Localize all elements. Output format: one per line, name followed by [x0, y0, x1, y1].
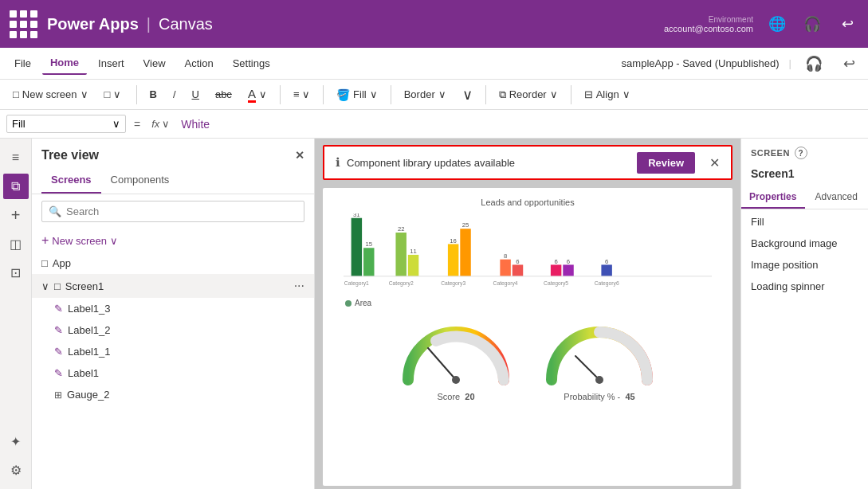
toolbar-sep-5	[485, 85, 486, 104]
toolbar: □ New screen ∨ □ ∨ B / U abc A ∨ ≡ ∨ 🪣 F…	[0, 80, 868, 110]
property-chevron: ∨	[112, 118, 120, 130]
tree-items: □ App ∨ □ Screen1 ··· ✎ Label1_3 ✎ Label…	[32, 252, 314, 489]
app-grid-icon[interactable]	[10, 10, 37, 38]
data-icon[interactable]: ◫	[3, 231, 29, 256]
screen1-context-menu[interactable]: ···	[294, 279, 304, 293]
tools-icon[interactable]: ⚙	[3, 457, 29, 483]
svg-text:16: 16	[450, 237, 457, 244]
tree-item-label1_1[interactable]: ✎ Label1_1	[32, 341, 314, 362]
logo-separator: |	[147, 15, 151, 33]
support-icon[interactable]: 🎧	[801, 51, 827, 76]
border-button[interactable]: Border ∨	[398, 85, 453, 104]
strikethrough-button[interactable]: abc	[209, 85, 238, 104]
new-screen-button[interactable]: □ New screen ∨	[6, 85, 95, 104]
headset-icon[interactable]: 🎧	[801, 13, 823, 35]
menu-action[interactable]: Action	[177, 53, 222, 74]
chart-title: Leads and opportunities	[336, 198, 720, 207]
code-icon[interactable]: ✦	[3, 428, 29, 454]
underline-button[interactable]: U	[186, 85, 206, 104]
svg-text:6: 6	[567, 258, 570, 265]
prop-loading-spinner: Loading spinner	[751, 280, 858, 292]
prop-image-position: Image position	[751, 259, 858, 271]
search-container: 🔍	[41, 201, 304, 222]
label1_2-label: Label1_2	[68, 324, 111, 336]
undo-menu-icon[interactable]: ↩	[836, 51, 862, 76]
tree-item-screen1[interactable]: ∨ □ Screen1 ···	[32, 274, 314, 298]
media-icon[interactable]: ⊡	[3, 260, 29, 285]
reorder-button[interactable]: ⧉ Reorder ∨	[493, 85, 564, 104]
shape-selector[interactable]: □ ∨	[98, 85, 130, 104]
menu-divider: |	[789, 57, 791, 69]
fill-button[interactable]: 🪣 Fill ∨	[330, 85, 384, 104]
fx-button[interactable]: fx ∨	[148, 118, 173, 130]
menu-bar: File Home Insert View Action Settings sa…	[0, 48, 868, 80]
props-panel: SCREEN ? Screen1 Properties Advanced Fil…	[740, 139, 868, 489]
font-color-icon: A	[248, 87, 256, 103]
italic-button[interactable]: /	[167, 85, 183, 104]
svg-rect-0	[352, 218, 362, 276]
tab-components[interactable]: Components	[101, 169, 179, 194]
probability-gauge-svg	[536, 320, 663, 392]
svg-rect-20	[601, 264, 611, 276]
search-input[interactable]	[66, 205, 297, 217]
menu-file[interactable]: File	[6, 53, 39, 74]
svg-text:Category6: Category6	[595, 280, 619, 287]
tree-item-label1_3[interactable]: ✎ Label1_3	[32, 298, 314, 319]
label1_2-icon: ✎	[54, 324, 63, 336]
chevron-down-button[interactable]: ∨	[456, 83, 479, 107]
font-color-button[interactable]: A ∨	[242, 84, 273, 106]
align-objects-button[interactable]: ⊟ Align ∨	[578, 85, 637, 104]
notification-close-icon[interactable]: ✕	[709, 155, 720, 170]
svg-rect-12	[500, 260, 510, 276]
hamburger-icon[interactable]: ≡	[3, 145, 29, 170]
menu-right: sampleApp - Saved (Unpublished) | 🎧 ↩	[622, 51, 862, 76]
tree-item-label1_2[interactable]: ✎ Label1_2	[32, 319, 314, 341]
svg-text:6: 6	[605, 258, 608, 265]
align-icon: ⊟	[584, 88, 593, 100]
notification-info-icon: ℹ	[336, 155, 340, 170]
svg-rect-18	[563, 264, 573, 276]
formula-bar: Fill ∨ = fx ∨ White	[0, 110, 868, 139]
property-selector[interactable]: Fill ∨	[6, 115, 126, 133]
svg-rect-16	[551, 264, 561, 276]
env-name: account@contoso.com	[664, 24, 753, 33]
tab-advanced[interactable]: Advanced	[805, 186, 869, 209]
tree-item-gauge2[interactable]: ⊞ Gauge_2	[32, 384, 314, 405]
menu-insert[interactable]: Insert	[90, 53, 132, 74]
toolbar-sep-6	[571, 85, 571, 104]
menu-settings[interactable]: Settings	[225, 53, 278, 74]
layers-icon[interactable]: ⧉	[3, 174, 29, 199]
app-status: sampleApp - Saved (Unpublished)	[622, 57, 780, 69]
svg-line-31	[575, 356, 599, 380]
tab-properties[interactable]: Properties	[741, 186, 805, 209]
menu-home[interactable]: Home	[42, 52, 87, 75]
fx-label: fx	[151, 118, 159, 130]
tab-screens[interactable]: Screens	[41, 169, 101, 194]
svg-text:8: 8	[504, 252, 507, 260]
toolbar-sep-4	[391, 85, 391, 104]
tree-header: Tree view ✕	[32, 139, 314, 169]
svg-text:Category2: Category2	[389, 280, 414, 287]
svg-rect-4	[395, 233, 406, 276]
undo-icon[interactable]: ↩	[836, 13, 858, 35]
plus-icon[interactable]: +	[3, 202, 29, 228]
help-icon[interactable]: ?	[795, 147, 807, 159]
tree-item-app[interactable]: □ App	[32, 252, 314, 274]
notification-banner: ℹ Component library updates available Re…	[323, 145, 732, 180]
score-label: Score 20	[392, 392, 520, 401]
globe-icon[interactable]: 🌐	[766, 13, 788, 35]
tree-item-label1[interactable]: ✎ Label1	[32, 362, 314, 384]
align-button[interactable]: ≡ ∨	[287, 85, 316, 104]
label1-label: Label1	[68, 367, 99, 379]
notification-message: Component library updates available	[347, 157, 515, 169]
formula-value[interactable]: White	[178, 118, 210, 131]
new-screen-tree-button[interactable]: + New screen ∨	[32, 229, 314, 252]
tree-close-icon[interactable]: ✕	[295, 149, 304, 162]
svg-text:Category1: Category1	[344, 280, 369, 287]
bold-button[interactable]: B	[143, 85, 163, 104]
canvas-area: ℹ Component library updates available Re…	[315, 139, 740, 489]
review-button[interactable]: Review	[637, 152, 695, 174]
svg-text:22: 22	[398, 225, 405, 233]
menu-view[interactable]: View	[136, 53, 174, 74]
border-label: Border	[404, 88, 435, 100]
